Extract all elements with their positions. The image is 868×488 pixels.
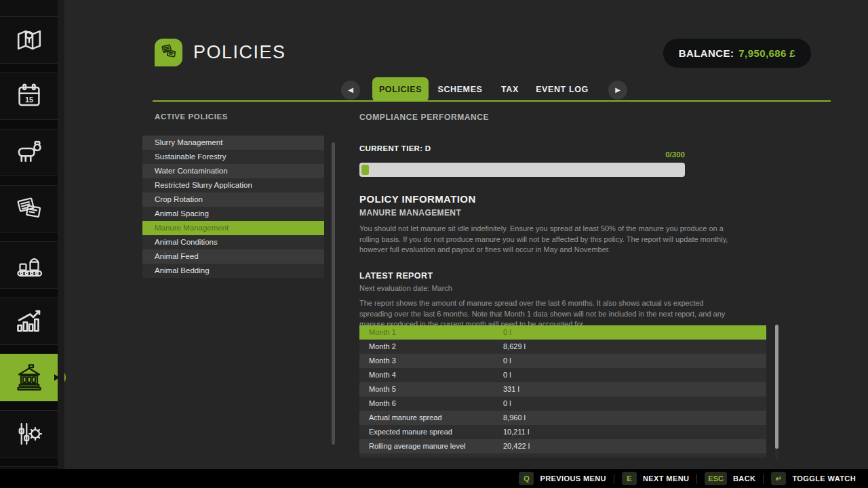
content-scrollbar[interactable] — [332, 142, 335, 445]
report-row-value: 20,422 l — [503, 439, 766, 453]
sidebar-item-finances[interactable] — [0, 354, 58, 401]
report-row-label: Month 1 — [359, 325, 503, 340]
footer-hint-previous-menu[interactable]: QPREVIOUS MENU — [519, 472, 606, 485]
next-evaluation-date: Next evaluation date: March — [359, 284, 452, 292]
policy-list-item[interactable]: Manure Management — [142, 221, 324, 235]
report-row[interactable]: Month 5331 l — [359, 382, 766, 396]
sidebar-item-calendar[interactable]: 15 — [0, 73, 58, 120]
report-row-value: 8,629 l — [503, 340, 766, 354]
policy-list-item[interactable]: Crop Rotation — [142, 192, 324, 207]
footer-hint-next-menu[interactable]: ENEXT MENU — [622, 472, 689, 485]
key-badge: E — [622, 472, 637, 485]
report-row-value: 10,211 l — [503, 425, 766, 439]
footer-hint-back[interactable]: ESCBACK — [705, 472, 755, 485]
policy-list-item[interactable]: Animal Conditions — [142, 235, 324, 249]
finances-icon — [13, 361, 45, 394]
footer-hint-toggle-watch[interactable]: ↵TOGGLE WATCH — [771, 472, 856, 485]
balance-label: BALANCE: — [679, 47, 734, 59]
policy-info-description: You should not let manure sit idle indef… — [359, 224, 732, 256]
policy-info-subheading: MANURE MANAGEMENT — [359, 208, 461, 218]
tab-tax[interactable]: TAX — [495, 77, 525, 102]
report-row[interactable]: Rolling average manure level20,422 l — [359, 439, 766, 453]
balance-value: 7,950,686 £ — [738, 47, 795, 59]
hint-separator — [614, 474, 614, 484]
report-row-label: Month 5 — [359, 382, 503, 396]
hint-label: NEXT MENU — [643, 474, 689, 483]
sidebar-edge — [58, 0, 64, 469]
policy-info-heading: POLICY INFORMATION — [359, 193, 476, 205]
tab-next-button[interactable]: ▶ — [608, 81, 627, 100]
policy-list-item[interactable]: Animal Spacing — [142, 207, 324, 221]
active-policies-list: Slurry ManagementSustainable ForestryWat… — [142, 136, 324, 278]
report-row[interactable]: Expected manure spread10,211 l — [359, 425, 766, 439]
policy-list-item[interactable]: Animal Bedding — [142, 264, 324, 278]
balance-display: BALANCE: 7,950,686 £ — [663, 39, 811, 68]
policies-app-icon — [155, 39, 182, 66]
policy-list-item[interactable]: Animal Feed — [142, 249, 324, 264]
report-row[interactable]: Month 40 l — [359, 368, 766, 382]
tab-underline — [153, 100, 831, 102]
report-row-value: D — [503, 453, 766, 458]
key-badge: Q — [519, 472, 534, 485]
report-row[interactable]: Actual manure spread8,960 l — [359, 411, 766, 425]
hint-separator — [696, 474, 697, 484]
compliance-progress-bar — [359, 163, 685, 177]
report-row-label: Expected manure spread — [359, 425, 503, 439]
settings-icon — [13, 418, 45, 450]
tab-schemes[interactable]: SCHEMES — [435, 77, 486, 102]
sidebar-item-contracts[interactable] — [0, 185, 58, 232]
sidebar-item-settings[interactable] — [0, 410, 58, 458]
report-row-label: Month 4 — [359, 368, 503, 382]
compliance-progress-fill — [361, 165, 369, 175]
hint-label: BACK — [733, 474, 755, 483]
report-row-value: 0 l — [503, 325, 766, 340]
report-row-label: Month 3 — [359, 354, 503, 368]
statistics-icon — [13, 305, 45, 338]
policy-list-item[interactable]: Sustainable Forestry — [142, 150, 324, 164]
page-title: POLICIES — [193, 42, 286, 63]
tab-policies[interactable]: POLICIES — [372, 77, 429, 102]
compliance-heading: COMPLIANCE PERFORMANCE — [359, 113, 489, 122]
report-row-value: 331 l — [503, 382, 766, 396]
animals-icon — [13, 136, 45, 169]
key-badge: ESC — [705, 472, 727, 485]
calendar-icon: 15 — [14, 81, 45, 112]
tab-event-log[interactable]: EVENT LOG — [535, 77, 589, 102]
active-policies-heading: ACTIVE POLICIES — [155, 113, 228, 121]
report-row-label: Rating — [359, 453, 503, 458]
chevron-left-icon: ◀ — [348, 87, 353, 94]
report-row-value: 0 l — [503, 368, 766, 382]
footer-hint-bar: QPREVIOUS MENUENEXT MENUESCBACK↵TOGGLE W… — [0, 469, 868, 488]
sidebar-item-production[interactable] — [0, 241, 58, 289]
production-icon — [13, 249, 45, 281]
report-table-scrollbar-thumb[interactable] — [775, 325, 778, 449]
hint-separator — [763, 474, 764, 484]
policy-list-item[interactable]: Water Contamination — [142, 164, 324, 178]
svg-text:15: 15 — [25, 96, 33, 104]
report-row-label: Month 6 — [359, 396, 503, 411]
latest-report-heading: LATEST REPORT — [359, 271, 433, 281]
report-row[interactable]: Month 60 l — [359, 396, 766, 411]
report-table: Month 10 lMonth 28,629 lMonth 30 lMonth … — [359, 325, 766, 458]
policy-list-item[interactable]: Slurry Management — [142, 136, 324, 150]
policy-list-item[interactable]: Restricted Slurry Application — [142, 178, 324, 192]
report-row[interactable]: Month 30 l — [359, 354, 766, 368]
report-row-label: Actual manure spread — [359, 411, 503, 425]
sidebar-item-map[interactable] — [0, 16, 58, 64]
tab-prev-button[interactable]: ◀ — [341, 81, 360, 100]
sidebar: 15 — [0, 0, 58, 488]
report-row[interactable]: RatingD — [359, 453, 766, 458]
sidebar-item-statistics[interactable] — [0, 298, 58, 345]
contracts-icon — [13, 192, 45, 225]
report-row[interactable]: Month 10 l — [359, 325, 766, 340]
policies-papers-icon — [159, 42, 178, 64]
report-row-label: Month 2 — [359, 340, 503, 354]
report-row[interactable]: Month 28,629 l — [359, 340, 766, 354]
report-table-scrollbar[interactable] — [775, 325, 778, 460]
chevron-right-icon: ▶ — [615, 87, 620, 94]
sidebar-item-animals[interactable] — [0, 129, 58, 176]
progress-count: 0/300 — [359, 150, 685, 159]
enter-key-icon: ↵ — [771, 472, 786, 485]
report-row-value: 0 l — [503, 396, 766, 411]
hint-label: TOGGLE WATCH — [792, 474, 856, 483]
